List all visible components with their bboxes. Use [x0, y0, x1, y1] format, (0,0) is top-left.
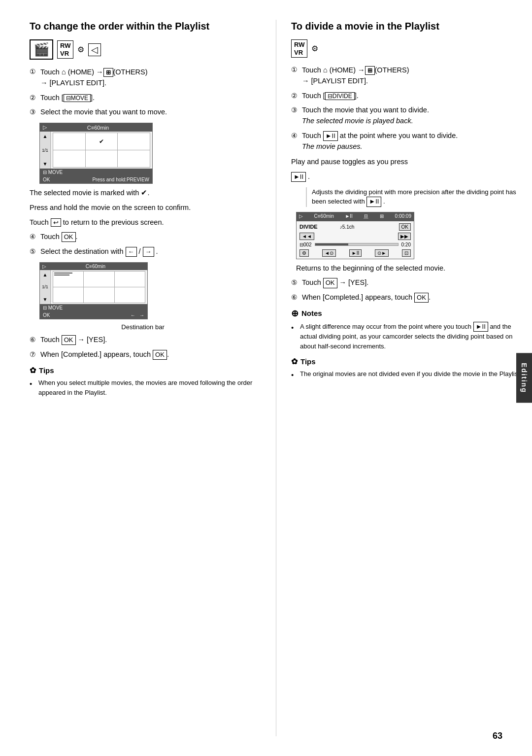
- left-section-title: To change the order within the Playlist: [30, 20, 256, 33]
- right-play-btn-line: ►II .: [291, 172, 523, 182]
- right-note-text-1: A slight difference may occur from the p…: [300, 322, 523, 351]
- right-section-title: To divide a movie in the Playlist: [291, 20, 523, 33]
- playlist-icon-left: 🎬: [30, 39, 53, 60]
- left-column: To change the order within the Playlist …: [30, 20, 271, 736]
- left-step-5: ⑤ Select the destination with ← / → .: [30, 246, 256, 257]
- left-icon-row: 🎬 RWVR ⚙ ◁: [30, 39, 256, 60]
- screen2-header: ▷ C≡60min: [40, 263, 147, 270]
- divide-screen: ▷ C≡60min ►II 旦 ⊞ 0:00:09 DIVIDE ♪5.1ch …: [296, 212, 414, 259]
- rw-icon-right: RWVR: [291, 39, 307, 58]
- right-step-5: ⑤ Touch OK → [YES].: [291, 277, 523, 288]
- left-steps-6-7: ⑥ Touch OK → [YES]. ⑦ When [Completed.] …: [30, 335, 256, 360]
- home-icon-l1: ⌂: [62, 68, 66, 76]
- left-note-return: Touch ↩ to return to the previous screen…: [30, 217, 256, 228]
- screen-image-2: ▷ C≡60min ▲ 1/1 ▼: [39, 262, 148, 319]
- right-tips: ✿ Tips • The original movies are not div…: [291, 357, 523, 379]
- left-step-7: ⑦ When [Completed.] appears, touch OK.: [30, 349, 256, 360]
- right-returns-text: Returns to the beginning of the selected…: [296, 263, 523, 274]
- editing-sidebar-tab: Editing: [516, 353, 532, 403]
- left-tips-title: Tips: [39, 366, 54, 375]
- right-tip-text-1: The original movies are not divided even…: [300, 369, 521, 379]
- right-step-3: ③ Touch the movie that you want to divid…: [291, 105, 523, 127]
- right-column: To divide a movie in the Playlist RWVR ⚙…: [281, 20, 523, 736]
- left-steps-1-3: ① Touch ⌂ (HOME) →⊞(OTHERS) → [PLAYLIST …: [30, 67, 256, 118]
- right-steps-5-6: ⑤ Touch OK → [YES]. ⑥ When [Completed.] …: [291, 277, 523, 303]
- column-divider: [276, 20, 276, 736]
- left-step-3-text: Select the movie that you want to move.: [40, 107, 256, 118]
- page-number: 63: [493, 731, 502, 741]
- right-tips-title: Tips: [300, 357, 316, 366]
- right-icon-row: RWVR ⚙: [291, 39, 523, 58]
- right-steps-1-4: ① Touch ⌂ (HOME) →⊞(OTHERS) → [PLAYLIST …: [291, 65, 523, 152]
- left-step-6: ⑥ Touch OK → [YES].: [30, 335, 256, 345]
- left-step-4: ④ Touch OK.: [30, 232, 256, 242]
- right-step-6: ⑥ When [Completed.] appears, touch OK.: [291, 292, 523, 303]
- content-columns: To change the order within the Playlist …: [30, 20, 523, 736]
- right-step-4: ④ Touch ►II at the point where you want …: [291, 131, 523, 152]
- left-step-3: ③ Select the movie that you want to move…: [30, 107, 256, 118]
- divide-screen-header: ▷ C≡60min ►II 旦 ⊞ 0:00:09: [297, 212, 414, 221]
- left-steps-4-5: ④ Touch OK. ⑤ Select the destination wit…: [30, 232, 256, 257]
- screen1-footer: ⊟ MOVE: [40, 169, 152, 176]
- left-note-checkmark: The selected movie is marked with ✔.: [30, 188, 256, 199]
- left-step-1: ① Touch ⌂ (HOME) →⊞(OTHERS) → [PLAYLIST …: [30, 67, 256, 89]
- right-note-item-1: • A slight difference may occur from the…: [291, 322, 523, 351]
- screen1-header: ▷ C≡60min: [40, 123, 152, 132]
- left-tip-item-1: • When you select multiple movies, the m…: [30, 378, 256, 397]
- left-note-hold: Press and hold the movie on the screen t…: [30, 203, 256, 213]
- right-notes-title: Notes: [301, 309, 322, 317]
- tips-icon-left: ✿: [30, 366, 36, 375]
- settings-icon-right: ⚙: [311, 44, 318, 53]
- page: To change the order within the Playlist …: [0, 0, 532, 756]
- destination-label: Destination bar: [30, 323, 256, 331]
- tips-icon-right: ✿: [291, 357, 298, 366]
- left-step-2: ② Touch [⊟MOVE].: [30, 93, 256, 103]
- right-adjust-note: Adjusts the dividing point with more pre…: [306, 187, 523, 207]
- settings-icon-left: ⚙: [77, 45, 84, 54]
- rw-icon-left: RWVR: [57, 40, 73, 59]
- right-tip-item-1: • The original movies are not divided ev…: [291, 369, 523, 379]
- left-tip-text-1: When you select multiple movies, the mov…: [38, 378, 256, 397]
- right-play-pause-text: Play and pause toggles as you press: [291, 157, 523, 168]
- right-step-1: ① Touch ⌂ (HOME) →⊞(OTHERS) → [PLAYLIST …: [291, 65, 523, 87]
- right-step-2: ② Touch [⊟DIVIDE].: [291, 91, 523, 102]
- left-tips: ✿ Tips • When you select multiple movies…: [30, 366, 256, 397]
- back-icon-left: ◁: [88, 43, 101, 56]
- screen-image-1: ▷ C≡60min ▲ 1/1 ▼ ✔: [39, 123, 153, 184]
- notes-icon-right: ⊕: [291, 308, 299, 319]
- right-notes: ⊕ Notes • A slight difference may occur …: [291, 308, 523, 351]
